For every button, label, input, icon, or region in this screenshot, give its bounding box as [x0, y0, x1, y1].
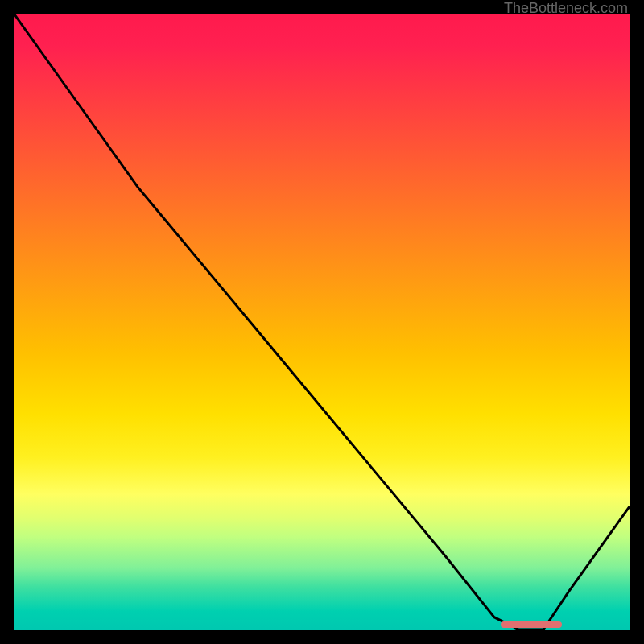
chart-container: TheBottleneck.com [0, 0, 644, 644]
optimal-range-marker [501, 621, 562, 628]
watermark-text: TheBottleneck.com [504, 0, 628, 17]
bottleneck-curve [14, 14, 630, 630]
line-chart-svg [14, 14, 630, 630]
